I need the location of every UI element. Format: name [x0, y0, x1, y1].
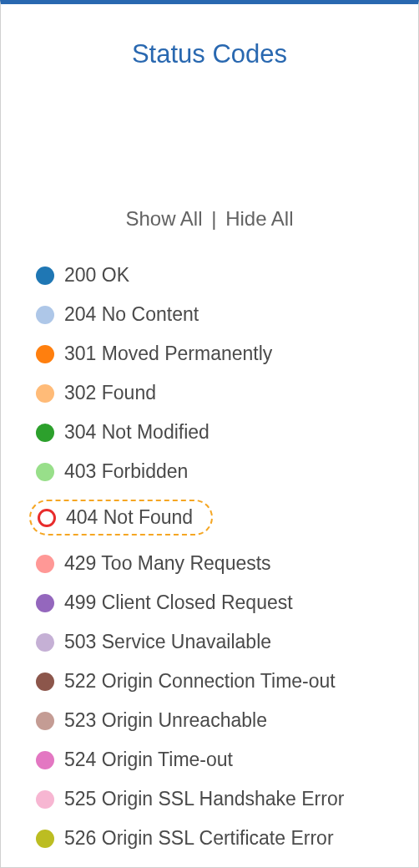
page-title: Status Codes [1, 39, 418, 69]
color-swatch-icon [36, 555, 54, 573]
color-swatch-icon [36, 266, 54, 285]
legend-item[interactable]: 503 Service Unavailable [36, 622, 418, 662]
color-swatch-icon [38, 509, 56, 527]
color-swatch-icon [36, 830, 54, 848]
color-swatch-icon [36, 424, 54, 442]
legend-item-label: 524 Origin Time-out [64, 749, 233, 771]
color-swatch-icon [36, 790, 54, 809]
hide-all-link[interactable]: Hide All [225, 207, 293, 230]
legend-list: 200 OK204 No Content301 Moved Permanentl… [1, 231, 418, 868]
color-swatch-icon [36, 306, 54, 324]
panel-header: Status Codes [1, 4, 418, 69]
legend-item[interactable]: 524 Origin Time-out [36, 740, 418, 779]
legend-item-label: 523 Origin Unreachable [64, 709, 267, 732]
legend-item-label: 302 Found [64, 382, 156, 404]
legend-item[interactable]: 200 OK [36, 256, 418, 295]
legend-item-label: 304 Not Modified [64, 421, 210, 444]
legend-item[interactable]: 499 Client Closed Request [36, 583, 418, 622]
color-swatch-icon [36, 673, 54, 691]
show-all-link[interactable]: Show All [125, 207, 202, 230]
legend-item-label: 499 Client Closed Request [64, 591, 293, 614]
color-swatch-icon [36, 751, 54, 769]
legend-item-label: 404 Not Found [66, 506, 193, 529]
color-swatch-icon [36, 712, 54, 730]
legend-item[interactable]: 526 Origin SSL Certificate Error [36, 819, 418, 858]
legend-item[interactable]: 525 Origin SSL Handshake Error [36, 779, 418, 819]
legend-item[interactable]: 204 No Content [36, 295, 418, 334]
legend-item[interactable]: 302 Found [36, 373, 418, 413]
highlighted-item: 404 Not Found [29, 500, 213, 536]
legend-item-label: 522 Origin Connection Time-out [64, 670, 336, 693]
legend-item-label: 429 Too Many Requests [64, 552, 271, 575]
legend-item-label: 403 Forbidden [64, 460, 188, 483]
legend-item[interactable]: 522 Origin Connection Time-out [36, 662, 418, 701]
color-swatch-icon [36, 345, 54, 363]
color-swatch-icon [36, 463, 54, 481]
legend-item[interactable]: 530 Custom [36, 858, 418, 868]
panel: Status Codes Show All | Hide All 200 OK2… [0, 0, 419, 868]
legend-item-label: 525 Origin SSL Handshake Error [64, 788, 344, 810]
legend-item[interactable]: 304 Not Modified [36, 413, 418, 452]
legend-item[interactable]: 523 Origin Unreachable [36, 701, 418, 740]
legend-item-label: 526 Origin SSL Certificate Error [64, 827, 334, 850]
legend-item-label: 503 Service Unavailable [64, 631, 271, 653]
legend-item-label: 200 OK [64, 264, 129, 287]
color-swatch-icon [36, 633, 54, 652]
legend-item[interactable]: 429 Too Many Requests [36, 544, 418, 583]
legend-item[interactable]: 403 Forbidden [36, 452, 418, 491]
legend-controls: Show All | Hide All [1, 69, 418, 231]
controls-divider: | [211, 207, 216, 230]
legend-item-label: 301 Moved Permanently [64, 343, 272, 365]
color-swatch-icon [36, 594, 54, 612]
legend-item[interactable]: 404 Not Found [36, 491, 418, 544]
legend-item[interactable]: 301 Moved Permanently [36, 334, 418, 373]
legend-item-label: 204 No Content [64, 303, 199, 326]
color-swatch-icon [36, 384, 54, 403]
